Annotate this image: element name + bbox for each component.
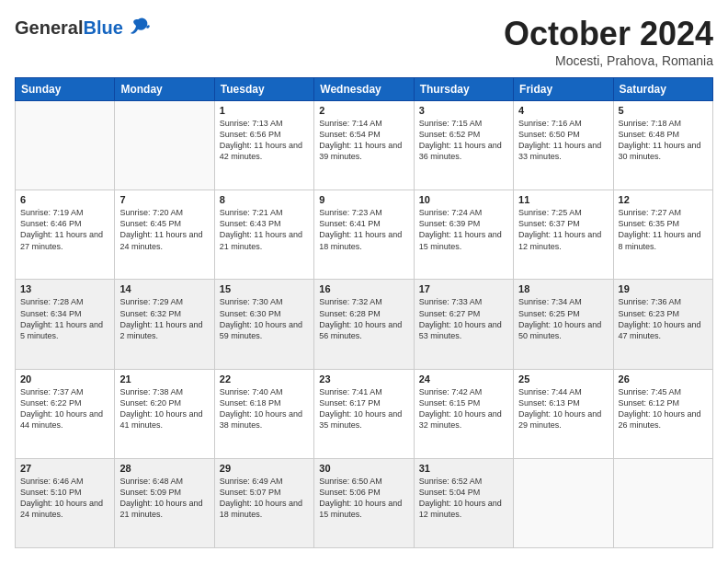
day-info: Sunrise: 7:42 AM Sunset: 6:15 PM Dayligh… (419, 386, 508, 431)
day-number: 30 (319, 463, 408, 474)
calendar-cell: 8Sunrise: 7:21 AM Sunset: 6:43 PM Daylig… (214, 190, 313, 280)
logo-bird-icon (127, 15, 153, 40)
day-info: Sunrise: 7:33 AM Sunset: 6:27 PM Dayligh… (419, 296, 508, 341)
day-number: 18 (518, 283, 608, 294)
calendar-cell: 5Sunrise: 7:18 AM Sunset: 6:48 PM Daylig… (613, 101, 712, 190)
calendar-cell (115, 101, 214, 190)
day-header-tuesday: Tuesday (214, 78, 313, 101)
day-number: 11 (518, 194, 608, 205)
page: GeneralBlue October 2024 Mocesti, Prahov… (0, 0, 728, 563)
day-info: Sunrise: 7:15 AM Sunset: 6:52 PM Dayligh… (419, 118, 508, 163)
location: Mocesti, Prahova, Romania (504, 53, 713, 68)
calendar-week-5: 27Sunrise: 6:46 AM Sunset: 5:10 PM Dayli… (16, 458, 713, 547)
day-number: 5 (619, 105, 708, 116)
day-info: Sunrise: 7:21 AM Sunset: 6:43 PM Dayligh… (220, 207, 309, 252)
day-number: 12 (619, 194, 708, 205)
day-info: Sunrise: 7:36 AM Sunset: 6:23 PM Dayligh… (619, 296, 708, 341)
day-info: Sunrise: 7:28 AM Sunset: 6:34 PM Dayligh… (20, 296, 109, 341)
calendar-week-2: 6Sunrise: 7:19 AM Sunset: 6:46 PM Daylig… (16, 190, 713, 280)
calendar-cell: 14Sunrise: 7:29 AM Sunset: 6:32 PM Dayli… (115, 280, 214, 369)
day-number: 6 (20, 194, 109, 205)
calendar-cell: 26Sunrise: 7:45 AM Sunset: 6:12 PM Dayli… (613, 369, 712, 458)
day-number: 20 (20, 373, 109, 385)
calendar-cell: 9Sunrise: 7:23 AM Sunset: 6:41 PM Daylig… (314, 190, 414, 280)
day-info: Sunrise: 7:41 AM Sunset: 6:17 PM Dayligh… (319, 386, 408, 431)
day-number: 4 (518, 105, 608, 116)
day-info: Sunrise: 7:29 AM Sunset: 6:32 PM Dayligh… (119, 296, 209, 341)
calendar-cell: 21Sunrise: 7:38 AM Sunset: 6:20 PM Dayli… (115, 369, 214, 458)
day-info: Sunrise: 7:19 AM Sunset: 6:46 PM Dayligh… (20, 207, 109, 252)
day-info: Sunrise: 7:37 AM Sunset: 6:22 PM Dayligh… (20, 386, 109, 431)
calendar-week-1: 1Sunrise: 7:13 AM Sunset: 6:56 PM Daylig… (16, 101, 713, 190)
day-header-sunday: Sunday (16, 78, 115, 101)
day-info: Sunrise: 7:23 AM Sunset: 6:41 PM Dayligh… (319, 207, 408, 252)
calendar-cell: 7Sunrise: 7:20 AM Sunset: 6:45 PM Daylig… (115, 190, 214, 280)
day-info: Sunrise: 7:44 AM Sunset: 6:13 PM Dayligh… (518, 386, 608, 431)
day-info: Sunrise: 7:16 AM Sunset: 6:50 PM Dayligh… (518, 118, 608, 163)
calendar-cell: 15Sunrise: 7:30 AM Sunset: 6:30 PM Dayli… (214, 280, 313, 369)
day-info: Sunrise: 7:13 AM Sunset: 6:56 PM Dayligh… (220, 118, 309, 163)
day-info: Sunrise: 6:49 AM Sunset: 5:07 PM Dayligh… (220, 476, 309, 521)
day-number: 29 (220, 463, 309, 474)
day-info: Sunrise: 7:18 AM Sunset: 6:48 PM Dayligh… (619, 118, 708, 163)
day-info: Sunrise: 7:14 AM Sunset: 6:54 PM Dayligh… (319, 118, 408, 163)
calendar-table: SundayMondayTuesdayWednesdayThursdayFrid… (15, 77, 713, 548)
calendar-cell: 12Sunrise: 7:27 AM Sunset: 6:35 PM Dayli… (613, 190, 712, 280)
calendar-cell (613, 458, 712, 547)
calendar-cell: 30Sunrise: 6:50 AM Sunset: 5:06 PM Dayli… (314, 458, 414, 547)
day-number: 1 (220, 105, 309, 116)
day-info: Sunrise: 7:40 AM Sunset: 6:18 PM Dayligh… (220, 386, 309, 431)
day-info: Sunrise: 7:20 AM Sunset: 6:45 PM Dayligh… (119, 207, 209, 252)
logo-text: GeneralBlue (15, 17, 123, 39)
day-header-saturday: Saturday (613, 78, 712, 101)
header: GeneralBlue October 2024 Mocesti, Prahov… (15, 15, 713, 68)
day-number: 28 (119, 463, 209, 474)
day-number: 2 (319, 105, 408, 116)
day-number: 17 (419, 283, 508, 294)
day-header-monday: Monday (115, 78, 214, 101)
calendar-cell (16, 101, 115, 190)
calendar-header-row: SundayMondayTuesdayWednesdayThursdayFrid… (16, 78, 713, 101)
calendar-cell: 24Sunrise: 7:42 AM Sunset: 6:15 PM Dayli… (414, 369, 513, 458)
calendar-cell: 10Sunrise: 7:24 AM Sunset: 6:39 PM Dayli… (414, 190, 513, 280)
day-number: 19 (619, 283, 708, 294)
day-header-wednesday: Wednesday (314, 78, 414, 101)
day-number: 26 (619, 373, 708, 385)
calendar-cell: 1Sunrise: 7:13 AM Sunset: 6:56 PM Daylig… (214, 101, 313, 190)
day-info: Sunrise: 7:38 AM Sunset: 6:20 PM Dayligh… (119, 386, 209, 431)
calendar-cell: 20Sunrise: 7:37 AM Sunset: 6:22 PM Dayli… (16, 369, 115, 458)
calendar-cell: 22Sunrise: 7:40 AM Sunset: 6:18 PM Dayli… (214, 369, 313, 458)
day-number: 7 (119, 194, 209, 205)
day-number: 16 (319, 283, 408, 294)
day-header-friday: Friday (514, 78, 613, 101)
day-number: 22 (220, 373, 309, 385)
calendar-cell: 27Sunrise: 6:46 AM Sunset: 5:10 PM Dayli… (16, 458, 115, 547)
day-info: Sunrise: 7:27 AM Sunset: 6:35 PM Dayligh… (619, 207, 708, 252)
calendar-cell: 31Sunrise: 6:52 AM Sunset: 5:04 PM Dayli… (414, 458, 513, 547)
title-area: October 2024 Mocesti, Prahova, Romania (504, 15, 713, 68)
day-number: 10 (419, 194, 508, 205)
calendar-cell: 23Sunrise: 7:41 AM Sunset: 6:17 PM Dayli… (314, 369, 414, 458)
day-info: Sunrise: 7:45 AM Sunset: 6:12 PM Dayligh… (619, 386, 708, 431)
calendar-cell: 25Sunrise: 7:44 AM Sunset: 6:13 PM Dayli… (514, 369, 613, 458)
day-info: Sunrise: 7:30 AM Sunset: 6:30 PM Dayligh… (220, 296, 309, 341)
day-number: 8 (220, 194, 309, 205)
day-number: 9 (319, 194, 408, 205)
calendar-cell: 18Sunrise: 7:34 AM Sunset: 6:25 PM Dayli… (514, 280, 613, 369)
day-number: 21 (119, 373, 209, 385)
day-info: Sunrise: 6:52 AM Sunset: 5:04 PM Dayligh… (419, 476, 508, 521)
day-number: 24 (419, 373, 508, 385)
day-number: 14 (119, 283, 209, 294)
logo: GeneralBlue (15, 15, 153, 40)
day-info: Sunrise: 7:24 AM Sunset: 6:39 PM Dayligh… (419, 207, 508, 252)
calendar-cell: 28Sunrise: 6:48 AM Sunset: 5:09 PM Dayli… (115, 458, 214, 547)
month-title: October 2024 (504, 15, 713, 53)
calendar-week-4: 20Sunrise: 7:37 AM Sunset: 6:22 PM Dayli… (16, 369, 713, 458)
calendar-cell (514, 458, 613, 547)
day-info: Sunrise: 6:50 AM Sunset: 5:06 PM Dayligh… (319, 476, 408, 521)
calendar-week-3: 13Sunrise: 7:28 AM Sunset: 6:34 PM Dayli… (16, 280, 713, 369)
day-header-thursday: Thursday (414, 78, 513, 101)
calendar-cell: 13Sunrise: 7:28 AM Sunset: 6:34 PM Dayli… (16, 280, 115, 369)
day-number: 3 (419, 105, 508, 116)
day-number: 25 (518, 373, 608, 385)
